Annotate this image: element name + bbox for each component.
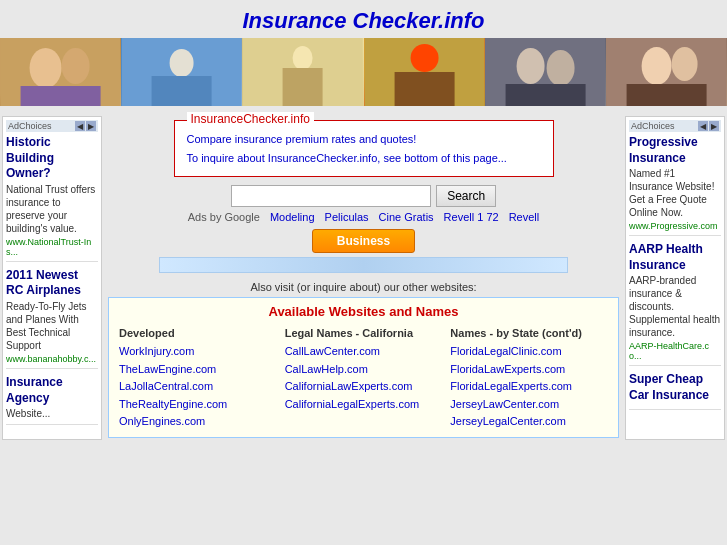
photo-4 (364, 38, 485, 106)
websites-grid: Developed WorkInjury.com TheLawEngine.co… (117, 327, 610, 431)
business-bar (159, 257, 568, 273)
svg-rect-22 (626, 84, 706, 106)
svg-point-16 (516, 48, 544, 84)
content-area: AdChoices ◀ ▶ Historic Building Owner? N… (0, 114, 727, 442)
business-section: Business (108, 229, 619, 273)
col2-link-1[interactable]: CalLawHelp.com (285, 361, 443, 379)
svg-rect-7 (122, 38, 242, 106)
main-center: InsuranceChecker.info Compare insurance … (104, 114, 623, 442)
info-box: InsuranceChecker.info Compare insurance … (174, 120, 554, 177)
svg-point-13 (410, 44, 438, 72)
left-ad-url-2[interactable]: www.bananahobby.c... (6, 354, 98, 364)
right-ad-title-2[interactable]: AARP Health Insurance (629, 242, 721, 273)
also-visit-text: Also visit (or inquire about) our other … (108, 281, 619, 293)
photo-3 (242, 38, 363, 106)
info-line-2: To inquire about InsuranceChecker.info, … (187, 150, 541, 167)
left-ad-title-1[interactable]: Historic Building Owner? (6, 135, 98, 182)
search-input[interactable] (231, 185, 431, 207)
ads-bar-link-2[interactable]: Cine Gratis (379, 211, 434, 223)
ads-bar-link-3[interactable]: Revell 1 72 (444, 211, 499, 223)
right-ad-section-1: Progressive Insurance Named #1 Insurance… (629, 135, 721, 236)
left-ad-section-3: Insurance Agency Website... (6, 375, 98, 425)
right-ad-column: AdChoices ◀ ▶ Progressive Insurance Name… (625, 116, 725, 440)
business-button[interactable]: Business (312, 229, 415, 253)
ads-bar-link-0[interactable]: Modeling (270, 211, 315, 223)
right-ad-section-2: AARP Health Insurance AARP-branded insur… (629, 242, 721, 366)
left-ad-prev[interactable]: ◀ (75, 121, 85, 131)
svg-rect-18 (505, 84, 585, 106)
left-ad-title-3[interactable]: Insurance Agency (6, 375, 98, 406)
col2: Legal Names - California CallLawCenter.c… (283, 327, 445, 431)
col2-link-0[interactable]: CallLawCenter.com (285, 343, 443, 361)
col1-header: Developed (119, 327, 277, 339)
col1-link-1[interactable]: TheLawEngine.com (119, 361, 277, 379)
left-ad-title-2[interactable]: 2011 Newest RC Airplanes (6, 268, 98, 299)
left-ad-column: AdChoices ◀ ▶ Historic Building Owner? N… (2, 116, 102, 440)
col3-header: Names - by State (cont'd) (450, 327, 608, 339)
right-ad-body-1: Named #1 Insurance Website! Get a Free Q… (629, 167, 721, 219)
websites-title: Available Websites and Names (117, 304, 610, 319)
left-ad-section-2: 2011 Newest RC Airplanes Ready-To-Fly Je… (6, 268, 98, 369)
right-ad-title-1[interactable]: Progressive Insurance (629, 135, 721, 166)
col3-link-4[interactable]: JerseyLegalCenter.com (450, 413, 608, 431)
left-ad-choices-label: AdChoices (8, 121, 52, 131)
right-ad-prev[interactable]: ◀ (698, 121, 708, 131)
svg-rect-14 (394, 72, 454, 106)
search-area: Search (108, 185, 619, 207)
search-button[interactable]: Search (436, 185, 496, 207)
left-ad-choices-bar: AdChoices ◀ ▶ (6, 120, 98, 132)
left-ad-body-1: National Trust offers insurance to prese… (6, 183, 98, 235)
right-ad-url-1[interactable]: www.Progressive.com (629, 221, 721, 231)
websites-box: Available Websites and Names Developed W… (108, 297, 619, 438)
col1-link-2[interactable]: LaJollaCentral.com (119, 378, 277, 396)
left-ad-section-1: Historic Building Owner? National Trust … (6, 135, 98, 262)
left-ad-url-1[interactable]: www.NationalTrust-Ins... (6, 237, 98, 257)
info-line-1: Compare insurance premium rates and quot… (187, 131, 541, 148)
left-ad-nav[interactable]: ◀ ▶ (75, 121, 96, 131)
col3-link-2[interactable]: FloridaLegalExperts.com (450, 378, 608, 396)
svg-rect-3 (21, 86, 101, 106)
ads-bar-link-1[interactable]: Peliculas (325, 211, 369, 223)
col3-link-3[interactable]: JerseyLawCenter.com (450, 396, 608, 414)
right-ad-section-3: Super Cheap Car Insurance (629, 372, 721, 409)
site-title: Insurance Checker.info (242, 8, 484, 33)
col3: Names - by State (cont'd) FloridaLegalCl… (448, 327, 610, 431)
right-ad-nav[interactable]: ◀ ▶ (698, 121, 719, 131)
ads-bar-link-4[interactable]: Revell (509, 211, 540, 223)
col1-link-3[interactable]: TheRealtyEngine.com (119, 396, 277, 414)
photo-2 (121, 38, 242, 106)
photo-1 (0, 38, 121, 106)
ads-bar: Ads by Google Modeling Peliculas Cine Gr… (108, 211, 619, 223)
photo-strip (0, 38, 727, 106)
page-header: Insurance Checker.info (0, 0, 727, 38)
right-ad-choices-label: AdChoices (631, 121, 675, 131)
col3-link-0[interactable]: FloridaLegalClinic.com (450, 343, 608, 361)
svg-point-17 (546, 50, 574, 86)
photo-6 (606, 38, 727, 106)
col1-link-4[interactable]: OnlyEngines.com (119, 413, 277, 431)
col2-header: Legal Names - California (285, 327, 443, 339)
left-ad-next[interactable]: ▶ (86, 121, 96, 131)
svg-point-20 (641, 47, 671, 85)
col1: Developed WorkInjury.com TheLawEngine.co… (117, 327, 279, 431)
col3-link-1[interactable]: FloridaLawExperts.com (450, 361, 608, 379)
right-ad-next[interactable]: ▶ (709, 121, 719, 131)
svg-point-1 (30, 48, 62, 88)
right-ad-title-3[interactable]: Super Cheap Car Insurance (629, 372, 721, 403)
svg-point-2 (62, 48, 90, 84)
svg-rect-11 (243, 38, 363, 106)
left-ad-body-2: Ready-To-Fly Jets and Planes With Best T… (6, 300, 98, 352)
info-box-title: InsuranceChecker.info (187, 112, 314, 126)
right-ad-url-2[interactable]: AARP-HealthCare.co... (629, 341, 721, 361)
col1-link-0[interactable]: WorkInjury.com (119, 343, 277, 361)
right-ad-body-2: AARP-branded insurance & discounts. Supp… (629, 274, 721, 339)
photo-5 (485, 38, 606, 106)
col2-link-3[interactable]: CaliforniaLegalExperts.com (285, 396, 443, 414)
svg-point-21 (671, 47, 697, 81)
col2-link-2[interactable]: CaliforniaLawExperts.com (285, 378, 443, 396)
right-ad-choices-bar: AdChoices ◀ ▶ (629, 120, 721, 132)
ads-by-google-label: Ads by Google (188, 211, 260, 223)
left-ad-body-3: Website... (6, 407, 98, 420)
